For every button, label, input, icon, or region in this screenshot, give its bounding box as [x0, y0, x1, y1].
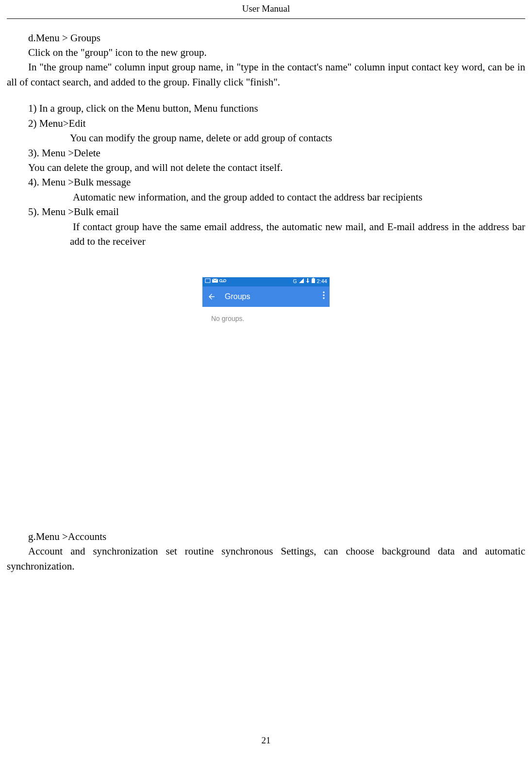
- svg-rect-0: [205, 279, 210, 283]
- section-d-line2: In "the group name" column input group n…: [7, 60, 525, 89]
- list-item-2: 2) Menu>Edit: [7, 116, 525, 131]
- section-d-line1: Click on the "group" icon to the new gro…: [7, 45, 525, 60]
- svg-point-7: [323, 291, 324, 293]
- svg-point-3: [224, 280, 226, 282]
- svg-point-8: [323, 294, 324, 296]
- voicemail-icon: [219, 278, 226, 286]
- mail-icon: [212, 278, 218, 286]
- list-item-3: 3). Menu >Delete: [7, 146, 525, 160]
- data-icon: [306, 278, 310, 286]
- status-icons: [205, 278, 226, 286]
- network-label: G: [293, 278, 297, 286]
- list-item-2-sub: You can modify the group name, delete or…: [7, 131, 525, 145]
- status-bar: G 2:44: [202, 277, 330, 286]
- phone-screenshot-container: G 2:44 Groups: [7, 277, 525, 500]
- empty-state-text: No groups.: [202, 307, 330, 330]
- battery-icon: [312, 278, 315, 286]
- page-content: d.Menu > Groups Click on the "group" ico…: [7, 19, 525, 573]
- screenshot-icon: [205, 278, 211, 286]
- app-bar: Groups: [202, 286, 330, 307]
- list-item-4: 4). Menu >Bulk message: [7, 175, 525, 189]
- page-number: 21: [0, 734, 532, 747]
- header-title: User Manual: [242, 3, 290, 14]
- section-g-body: Account and synchronization set routine …: [7, 544, 525, 573]
- page-header: User Manual: [7, 0, 525, 19]
- list-item-3-sub: You can delete the group, and will not d…: [7, 160, 525, 175]
- list-item-1: 1) In a group, click on the Menu button,…: [7, 101, 525, 116]
- list-block: 1) In a group, click on the Menu button,…: [7, 101, 525, 249]
- back-arrow-icon[interactable]: [207, 292, 216, 301]
- svg-rect-6: [312, 279, 315, 284]
- section-d-title: d.Menu > Groups: [7, 31, 525, 45]
- overflow-menu-icon[interactable]: [323, 291, 325, 302]
- svg-point-2: [220, 280, 222, 282]
- list-item-5-sub: If contact group have the same email add…: [7, 219, 525, 249]
- section-g-title: g.Menu >Accounts: [28, 529, 525, 544]
- section-g: g.Menu >Accounts: [7, 529, 525, 544]
- list-item-4-sub: Automatic new information, and the group…: [7, 190, 525, 204]
- phone-screenshot: G 2:44 Groups: [202, 277, 330, 500]
- signal-icon: [299, 278, 304, 286]
- app-bar-title: Groups: [225, 291, 314, 302]
- svg-rect-5: [313, 278, 314, 279]
- status-time: 2:44: [317, 278, 327, 286]
- svg-point-9: [323, 297, 324, 299]
- list-item-5: 5). Menu >Bulk email: [7, 204, 525, 219]
